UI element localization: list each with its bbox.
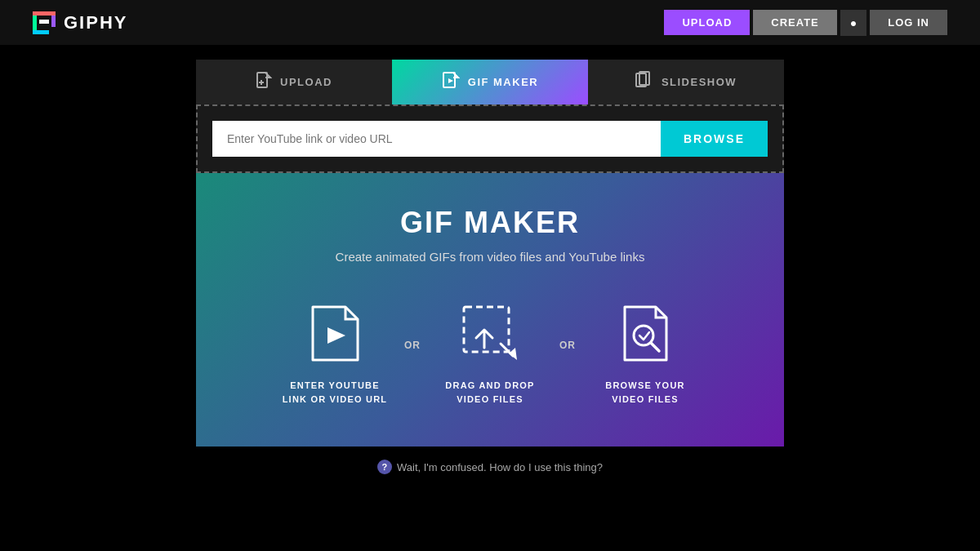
user-icon-button[interactable]: ● <box>840 10 866 36</box>
main-container: UPLOAD GIF MAKER <box>0 45 980 447</box>
svg-marker-7 <box>448 78 453 83</box>
svg-rect-4 <box>39 20 49 24</box>
logo-text: GIPHY <box>64 12 127 33</box>
tabs: UPLOAD GIF MAKER <box>196 60 784 104</box>
youtube-icon-wrapper <box>302 300 368 366</box>
help-link[interactable]: ? Wait, I'm confused. How do I use this … <box>377 460 603 474</box>
drag-drop-option[interactable]: DRAG AND DROP VIDEO FILES <box>437 300 543 406</box>
drag-drop-icon-wrapper <box>457 300 523 366</box>
tab-slideshow-label: SLIDESHOW <box>662 76 737 88</box>
logo: GIPHY <box>33 11 127 34</box>
youtube-link-option[interactable]: ENTER YOUTUBE LINK OR VIDEO URL <box>282 300 388 406</box>
question-icon: ? <box>377 460 392 474</box>
upload-button[interactable]: UPLOAD <box>664 10 750 35</box>
tab-slideshow[interactable]: SLIDESHOW <box>588 60 784 104</box>
footer: ? Wait, I'm confused. How do I use this … <box>0 447 980 487</box>
tab-upload-label: UPLOAD <box>280 76 332 88</box>
drag-drop-icon <box>460 303 521 364</box>
svg-rect-2 <box>51 16 56 27</box>
youtube-option-label: ENTER YOUTUBE LINK OR VIDEO URL <box>282 379 388 406</box>
create-button[interactable]: CREATE <box>753 10 836 35</box>
gif-maker-section: GIF MAKER Create animated GIFs from vide… <box>196 173 784 447</box>
drag-drop-option-label: DRAG AND DROP VIDEO FILES <box>437 379 543 406</box>
upload-tab-icon <box>256 71 272 93</box>
or-label-2: OR <box>559 340 576 351</box>
or-label-1: OR <box>404 340 421 351</box>
gif-maker-title: GIF MAKER <box>220 206 760 240</box>
gif-maker-tab-icon <box>442 71 460 93</box>
browse-icon-wrapper <box>612 300 678 366</box>
browse-option-label: BROWSE YOUR VIDEO FILES <box>592 379 698 406</box>
browse-file-icon <box>615 303 676 364</box>
tab-upload[interactable]: UPLOAD <box>196 60 392 104</box>
url-bar-wrapper: BROWSE <box>196 104 784 173</box>
url-bar: BROWSE <box>212 121 768 157</box>
tab-gif-maker-label: GIF MAKER <box>468 76 538 88</box>
header: GIPHY UPLOAD CREATE ● LOG IN <box>0 0 980 45</box>
slideshow-tab-icon <box>635 71 653 93</box>
header-actions: UPLOAD CREATE ● LOG IN <box>664 10 947 36</box>
giphy-logo-icon <box>33 11 56 34</box>
tab-gif-maker[interactable]: GIF MAKER <box>392 60 588 104</box>
svg-marker-10 <box>327 327 345 344</box>
login-button[interactable]: LOG IN <box>870 10 947 35</box>
url-input[interactable] <box>212 121 661 157</box>
gif-maker-subtitle: Create animated GIFs from video files an… <box>220 250 760 264</box>
browse-files-option[interactable]: BROWSE YOUR VIDEO FILES <box>592 300 698 406</box>
content-box: UPLOAD GIF MAKER <box>196 60 784 447</box>
help-text: Wait, I'm confused. How do I use this th… <box>397 461 603 473</box>
icons-row: ENTER YOUTUBE LINK OR VIDEO URL OR DRAG … <box>220 300 760 406</box>
browse-button[interactable]: BROWSE <box>661 121 768 157</box>
svg-rect-3 <box>33 30 49 34</box>
svg-rect-1 <box>33 11 56 16</box>
youtube-file-icon <box>305 303 366 364</box>
